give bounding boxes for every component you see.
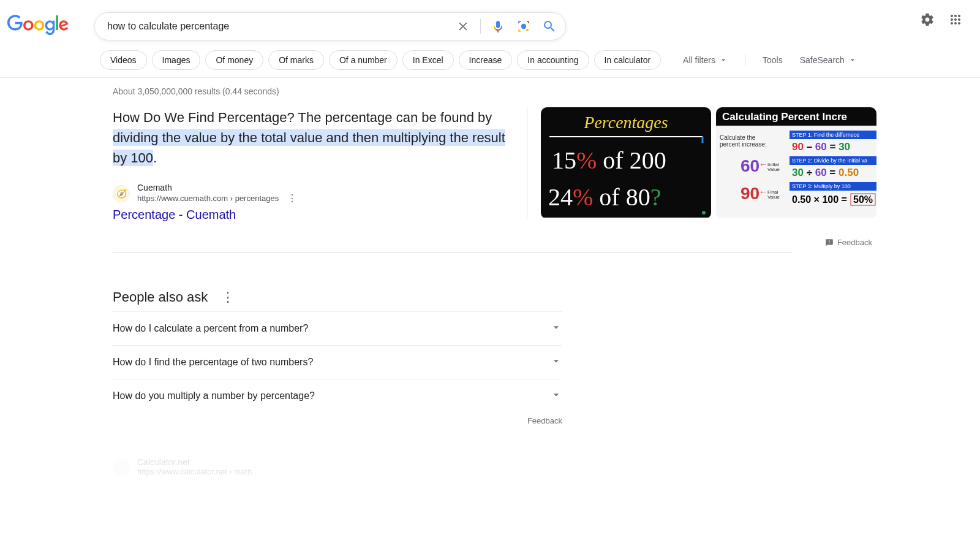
paa-question: How do I calculate a percent from a numb… xyxy=(113,323,308,334)
paa-question: How do I find the percentage of two numb… xyxy=(113,357,313,368)
svg-text:15% of 200: 15% of 200 xyxy=(552,146,666,174)
svg-text:Calculating Percent Incre: Calculating Percent Incre xyxy=(722,111,847,123)
search-icon[interactable] xyxy=(542,19,557,34)
faded-result: Calculator.net https://www.calculator.ne… xyxy=(113,457,884,476)
featured-text: How Do We Find Percentage? The percentag… xyxy=(113,107,512,168)
thumbnail-2[interactable]: Calculating Percent Incre Calculate thep… xyxy=(716,107,876,219)
chip-of-money[interactable]: Of money xyxy=(205,50,263,70)
search-input[interactable] xyxy=(107,21,456,32)
featured-prefix: How Do We Find Percentage? The percentag… xyxy=(113,110,492,125)
chevron-down-icon xyxy=(550,355,562,370)
chip-videos[interactable]: Videos xyxy=(100,50,147,70)
chevron-down-icon xyxy=(550,321,562,336)
svg-text:STEP 2: Divide by the initial : STEP 2: Divide by the initial va xyxy=(792,158,867,164)
result-stats: About 3,050,000,000 results (0.44 second… xyxy=(113,86,884,96)
svg-text:24% of  80?: 24% of 80? xyxy=(548,183,661,211)
search-box[interactable] xyxy=(94,12,566,40)
clear-icon[interactable] xyxy=(456,19,470,34)
svg-point-1 xyxy=(526,29,529,31)
safesearch-label: SafeSearch xyxy=(800,55,845,65)
lens-icon[interactable] xyxy=(516,19,531,34)
svg-text:90: 90 xyxy=(741,184,760,203)
faded-source-url: https://www.calculator.net › math xyxy=(137,467,252,476)
feedback-label: Feedback xyxy=(837,238,872,247)
safesearch-link[interactable]: SafeSearch xyxy=(800,55,857,65)
svg-text:0.50 × 100 =: 0.50 × 100 = xyxy=(792,194,847,205)
faded-source-name: Calculator.net xyxy=(137,457,252,467)
mic-icon[interactable] xyxy=(491,19,505,34)
svg-text:Percentages: Percentages xyxy=(583,113,668,132)
svg-point-0 xyxy=(521,24,526,29)
chip-in-calculator[interactable]: In calculator xyxy=(594,50,661,70)
svg-text:90 – 60 = 30: 90 – 60 = 30 xyxy=(792,141,850,153)
svg-text:←: ← xyxy=(759,187,767,197)
source-more-icon[interactable]: ⋮ xyxy=(284,192,301,204)
paa-title: People also ask xyxy=(113,289,208,305)
people-also-ask: People also ask ⋮ How do I calculate a p… xyxy=(113,289,562,425)
chip-of-a-number[interactable]: Of a number xyxy=(329,50,398,70)
svg-text:30 ÷ 60 = 0.50: 30 ÷ 60 = 0.50 xyxy=(792,167,859,178)
all-filters-link[interactable]: All filters xyxy=(683,55,728,65)
featured-snippet: How Do We Find Percentage? The percentag… xyxy=(113,107,884,222)
chip-in-excel[interactable]: In Excel xyxy=(402,50,454,70)
apps-icon[interactable] xyxy=(948,12,963,27)
paa-more-icon[interactable]: ⋮ xyxy=(217,289,238,305)
google-logo[interactable] xyxy=(6,15,70,38)
feedback-link[interactable]: Feedback xyxy=(113,238,872,247)
results-area: About 3,050,000,000 results (0.44 second… xyxy=(113,86,884,476)
svg-text:InitialValue: InitialValue xyxy=(767,162,780,172)
source-title-link[interactable]: Percentage - Cuemath xyxy=(113,208,512,222)
paa-item-3[interactable]: How do you multiply a number by percenta… xyxy=(113,379,562,413)
featured-suffix: . xyxy=(153,150,157,165)
thumbnail-rail: Percentages 15% of 200 24% of 80? Calcul… xyxy=(527,107,876,219)
filter-chips-row: Videos Images Of money Of marks Of a num… xyxy=(100,50,980,77)
svg-text:STEP 1:  Find the differnece: STEP 1: Find the differnece xyxy=(792,132,859,138)
source-favicon: 🧭 xyxy=(113,185,130,202)
chip-increase[interactable]: Increase xyxy=(459,50,513,70)
faded-favicon xyxy=(113,458,130,476)
svg-point-8 xyxy=(702,211,706,215)
chip-images[interactable]: Images xyxy=(152,50,201,70)
settings-icon[interactable] xyxy=(920,12,935,27)
svg-text:50%: 50% xyxy=(853,194,873,205)
chip-in-accounting[interactable]: In accounting xyxy=(517,50,589,70)
chevron-down-icon xyxy=(550,389,562,403)
svg-text:←: ← xyxy=(759,159,767,169)
source-name: Cuemath xyxy=(137,183,301,192)
source-url: https://www.cuemath.com › percentages xyxy=(137,194,279,203)
paa-question: How do you multiply a number by percenta… xyxy=(113,390,315,401)
all-filters-label: All filters xyxy=(683,55,715,65)
paa-item-1[interactable]: How do I calculate a percent from a numb… xyxy=(113,311,562,345)
search-area xyxy=(94,12,566,40)
thumbnail-1[interactable]: Percentages 15% of 200 24% of 80? xyxy=(541,107,711,219)
featured-highlight: dividing the value by the total value an… xyxy=(113,129,505,166)
svg-text:60: 60 xyxy=(741,156,760,175)
svg-text:STEP 3: Multiply by 100: STEP 3: Multiply by 100 xyxy=(792,183,851,189)
tools-link[interactable]: Tools xyxy=(763,55,783,65)
paa-feedback-link[interactable]: Feedback xyxy=(113,416,562,425)
chip-of-marks[interactable]: Of marks xyxy=(268,50,324,70)
paa-item-2[interactable]: How do I find the percentage of two numb… xyxy=(113,345,562,379)
header xyxy=(0,0,980,40)
